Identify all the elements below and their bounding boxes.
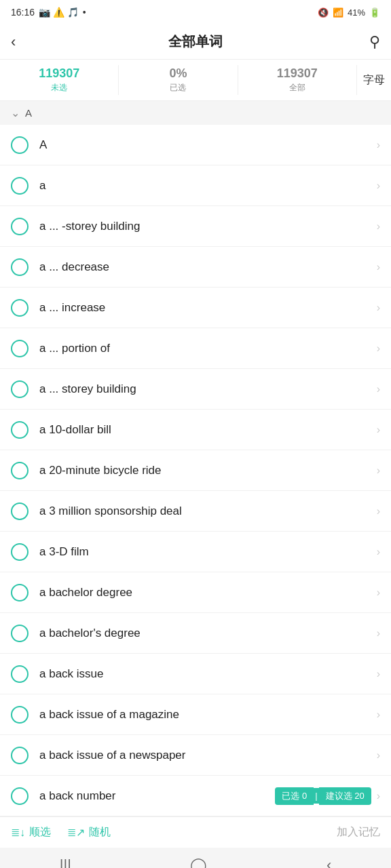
checkbox[interactable] <box>11 340 29 357</box>
item-text: a 10-dollar bill <box>39 423 377 437</box>
list-item[interactable]: a› <box>0 165 391 206</box>
item-text: a 3 million sponsorship deal <box>39 505 377 518</box>
notification-icons: 📷 ⚠️ 🎵 <box>39 7 79 18</box>
checkbox[interactable] <box>11 625 29 642</box>
item-text: a ... -storey building <box>39 220 377 233</box>
checkbox[interactable] <box>11 421 29 439</box>
nav-bar: ||| ◯ ‹ <box>0 848 391 868</box>
checkbox[interactable] <box>11 502 29 520</box>
item-text: A <box>39 138 377 152</box>
nav-back-btn[interactable]: ‹ <box>327 856 331 868</box>
sequential-btn[interactable]: ≣↓ 顺选 <box>11 825 51 840</box>
nav-home-btn[interactable]: ◯ <box>190 856 207 868</box>
badge-divider: | <box>314 788 318 804</box>
list-item[interactable]: a ... portion of› <box>0 328 391 369</box>
wifi-icon: 📶 <box>333 7 343 18</box>
item-text: a ... portion of <box>39 342 377 355</box>
status-left: 16:16 📷 ⚠️ 🎵 • <box>11 7 86 18</box>
mute-icon: 🔇 <box>318 7 329 18</box>
chevron-right-icon: › <box>377 180 380 192</box>
section-header-a: ⌄ A <box>0 101 391 125</box>
item-text: a ... increase <box>39 301 377 315</box>
battery-icon: 🔋 <box>369 7 380 18</box>
back-button[interactable]: ‹ <box>11 33 16 51</box>
expand-icon[interactable]: ⌄ <box>11 106 20 119</box>
list-item[interactable]: a back number已选 0 | 建议选 20› <box>0 776 391 816</box>
item-text: a ... decrease <box>39 260 377 274</box>
checkbox[interactable] <box>11 543 29 561</box>
random-icon: ≣↗ <box>67 826 85 839</box>
chevron-right-icon: › <box>377 139 380 151</box>
chevron-right-icon: › <box>377 505 380 517</box>
item-text: a back issue <box>39 667 377 681</box>
checkbox[interactable] <box>11 218 29 235</box>
chevron-right-icon: › <box>377 302 380 314</box>
chevron-right-icon: › <box>377 668 380 680</box>
tab-unselected-label: 未选 <box>51 82 67 94</box>
bottom-toolbar: ≣↓ 顺选 ≣↗ 随机 加入记忆 <box>0 816 391 848</box>
list-item[interactable]: a bachelor degree› <box>0 572 391 613</box>
checkbox[interactable] <box>11 584 29 601</box>
toolbar-left: ≣↓ 顺选 ≣↗ 随机 <box>11 825 337 840</box>
time: 16:16 <box>11 7 35 18</box>
checkbox[interactable] <box>11 787 29 805</box>
chevron-right-icon: › <box>377 790 380 802</box>
sequential-icon: ≣↓ <box>11 826 25 839</box>
list-item[interactable]: a back issue of a magazine› <box>0 694 391 735</box>
badge-selected: 已选 0 <box>275 787 314 805</box>
checkbox[interactable] <box>11 258 29 276</box>
item-text: a 3-D film <box>39 545 377 559</box>
chevron-right-icon: › <box>377 424 380 436</box>
list-item[interactable]: a bachelor's degree› <box>0 613 391 654</box>
tab-selected-count: 0% <box>169 66 187 81</box>
add-to-memory-label: 加入记忆 <box>337 826 380 837</box>
nav-menu-btn[interactable]: ||| <box>60 856 71 868</box>
status-bar: 16:16 📷 ⚠️ 🎵 • 🔇 📶 41% 🔋 <box>0 0 391 24</box>
chevron-right-icon: › <box>377 587 380 599</box>
tab-unselected-count: 119307 <box>39 66 79 81</box>
chevron-right-icon: › <box>377 342 380 355</box>
list-item[interactable]: A› <box>0 125 391 165</box>
list-item[interactable]: a 3 million sponsorship deal› <box>0 491 391 532</box>
list-item[interactable]: a 3-D film› <box>0 532 391 572</box>
badge-suggest: 建议选 20 <box>319 787 371 805</box>
tab-total-label: 全部 <box>289 82 305 94</box>
checkbox[interactable] <box>11 177 29 195</box>
add-to-memory-btn[interactable]: 加入记忆 <box>337 825 380 840</box>
checkbox[interactable] <box>11 462 29 479</box>
item-text: a 20-minute bicycle ride <box>39 464 377 477</box>
chevron-right-icon: › <box>377 749 380 762</box>
list-item[interactable]: a 10-dollar bill› <box>0 410 391 450</box>
item-text: a <box>39 179 377 193</box>
list-item[interactable]: a ... decrease› <box>0 247 391 288</box>
chevron-right-icon: › <box>377 627 380 639</box>
tab-alphabet[interactable]: 字母 <box>357 60 391 100</box>
random-label: 随机 <box>89 825 111 840</box>
sequential-label: 顺选 <box>29 825 51 840</box>
tab-selected[interactable]: 0% 已选 <box>119 60 237 100</box>
list-item[interactable]: a back issue› <box>0 654 391 694</box>
checkbox[interactable] <box>11 706 29 724</box>
checkbox[interactable] <box>11 747 29 764</box>
item-text: a back issue of a magazine <box>39 708 377 722</box>
tab-unselected[interactable]: 119307 未选 <box>0 60 118 100</box>
list-item[interactable]: a ... -storey building› <box>0 206 391 247</box>
tab-selected-label: 已选 <box>170 82 186 94</box>
checkbox[interactable] <box>11 299 29 317</box>
chevron-right-icon: › <box>377 383 380 395</box>
checkbox[interactable] <box>11 380 29 398</box>
item-text: a back issue of a newspaper <box>39 749 377 762</box>
checkbox[interactable] <box>11 665 29 683</box>
search-button[interactable]: ⚲ <box>369 33 380 51</box>
tab-total[interactable]: 119307 全部 <box>238 60 356 100</box>
list-item[interactable]: a back issue of a newspaper› <box>0 735 391 776</box>
checkbox[interactable] <box>11 136 29 154</box>
list-item[interactable]: a ... increase› <box>0 288 391 328</box>
random-btn[interactable]: ≣↗ 随机 <box>67 825 111 840</box>
chevron-right-icon: › <box>377 546 380 558</box>
list-item[interactable]: a 20-minute bicycle ride› <box>0 450 391 491</box>
status-right: 🔇 📶 41% 🔋 <box>318 7 380 18</box>
page-title: 全部单词 <box>168 33 223 51</box>
list-item[interactable]: a ... storey building› <box>0 369 391 410</box>
item-text: a bachelor degree <box>39 586 377 599</box>
